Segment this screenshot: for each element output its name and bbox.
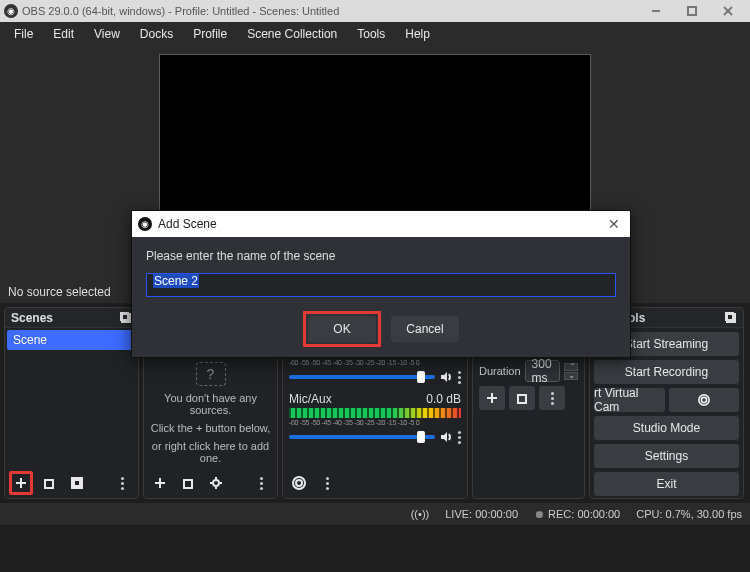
- studio-mode-button[interactable]: Studio Mode: [594, 416, 739, 440]
- scenes-dock: Scenes Scene: [4, 307, 139, 499]
- add-transition-button[interactable]: [479, 386, 505, 410]
- close-button[interactable]: [710, 1, 746, 21]
- mixer-ch-name: Mic/Aux: [289, 392, 332, 406]
- obs-app-icon: ◉: [138, 217, 152, 231]
- cancel-button[interactable]: Cancel: [391, 316, 459, 342]
- svg-rect-8: [45, 480, 53, 488]
- mixer-ch-level: 0.0 dB: [426, 392, 461, 406]
- scenes-title: Scenes: [11, 311, 53, 325]
- menu-file[interactable]: File: [4, 22, 43, 46]
- status-live: LIVE: 00:00:00: [445, 508, 518, 520]
- svg-marker-26: [441, 432, 447, 442]
- meter-ticks: -60 -55 -50 -45 -40 -35 -30 -25 -20 -15 …: [289, 419, 461, 426]
- scene-item[interactable]: Scene: [7, 330, 136, 350]
- settings-button[interactable]: Settings: [594, 444, 739, 468]
- scene-filter-button[interactable]: [65, 471, 89, 495]
- channel-menu-button[interactable]: [457, 431, 461, 444]
- menu-edit[interactable]: Edit: [43, 22, 84, 46]
- virtual-cam-settings-button[interactable]: [669, 388, 740, 412]
- svg-rect-16: [184, 480, 192, 488]
- menu-help[interactable]: Help: [395, 22, 440, 46]
- svg-point-28: [293, 477, 305, 489]
- add-scene-dialog: ◉ Add Scene ✕ Please enter the name of t…: [131, 210, 631, 358]
- source-properties-button[interactable]: [204, 471, 228, 495]
- remove-scene-button[interactable]: [37, 471, 61, 495]
- channel-menu-button[interactable]: [457, 371, 461, 384]
- ok-button[interactable]: OK: [308, 316, 376, 342]
- mixer-menu-button[interactable]: [315, 471, 339, 495]
- svg-point-37: [701, 397, 706, 402]
- maximize-button[interactable]: [674, 1, 710, 21]
- menu-profile[interactable]: Profile: [183, 22, 237, 46]
- menu-bar: File Edit View Docks Profile Scene Colle…: [0, 22, 750, 46]
- svg-rect-1: [688, 7, 696, 15]
- window-titlebar: ◉ OBS 29.0.0 (64-bit, windows) - Profile…: [0, 0, 750, 22]
- svg-point-38: [699, 395, 709, 405]
- duration-spin[interactable]: ⌃⌄: [564, 363, 578, 380]
- menu-tools[interactable]: Tools: [347, 22, 395, 46]
- dialog-title: Add Scene: [158, 217, 217, 231]
- status-cpu: CPU: 0.7%, 30.00 fps: [636, 508, 742, 520]
- sources-empty-line1: You don't have any sources.: [150, 392, 271, 416]
- menu-scene-collection[interactable]: Scene Collection: [237, 22, 347, 46]
- ok-highlight: OK: [303, 311, 381, 347]
- status-network-icon: ((•)): [411, 508, 430, 520]
- duration-label: Duration: [479, 365, 521, 377]
- menu-view[interactable]: View: [84, 22, 130, 46]
- remove-source-button[interactable]: [176, 471, 200, 495]
- svg-point-27: [296, 480, 302, 486]
- status-bar: ((•)) LIVE: 00:00:00 ⏺ REC: 00:00:00 CPU…: [0, 503, 750, 525]
- status-rec: ⏺ REC: 00:00:00: [534, 508, 620, 520]
- window-title: OBS 29.0.0 (64-bit, windows) - Profile: …: [22, 5, 339, 17]
- help-icon: ?: [196, 362, 226, 386]
- sources-empty-line3: or right click here to add one.: [150, 440, 271, 464]
- sources-empty-line2: Click the + button below,: [151, 422, 271, 434]
- svg-marker-25: [441, 372, 447, 382]
- add-scene-button[interactable]: [9, 471, 33, 495]
- svg-rect-11: [74, 480, 80, 486]
- remove-transition-button[interactable]: [509, 386, 535, 410]
- popout-icon[interactable]: [725, 312, 737, 324]
- source-menu-button[interactable]: [249, 471, 273, 495]
- add-source-button[interactable]: [148, 471, 172, 495]
- volume-slider[interactable]: [289, 435, 435, 439]
- speaker-icon[interactable]: [439, 430, 453, 444]
- audio-meter: [289, 408, 461, 418]
- speaker-icon[interactable]: [439, 370, 453, 384]
- svg-rect-33: [518, 395, 526, 403]
- scene-menu-button[interactable]: [110, 471, 134, 495]
- menu-docks[interactable]: Docks: [130, 22, 183, 46]
- volume-slider[interactable]: [289, 375, 435, 379]
- minimize-button[interactable]: [638, 1, 674, 21]
- mixer-settings-button[interactable]: [287, 471, 311, 495]
- exit-button[interactable]: Exit: [594, 472, 739, 496]
- mixer-channel-mic: Mic/Aux0.0 dB -60 -55 -50 -45 -40 -35 -3…: [289, 392, 461, 444]
- scene-name-input[interactable]: Scene 2: [146, 273, 616, 297]
- transition-menu-button[interactable]: [539, 386, 565, 410]
- virtual-cam-button[interactable]: rt Virtual Cam: [594, 388, 665, 412]
- start-recording-button[interactable]: Start Recording: [594, 360, 739, 384]
- meter-ticks: -60 -55 -50 -45 -40 -35 -30 -25 -20 -15 …: [289, 359, 461, 366]
- svg-point-18: [213, 480, 219, 486]
- dialog-label: Please enter the name of the scene: [146, 249, 616, 263]
- obs-app-icon: ◉: [4, 4, 18, 18]
- dialog-close-button[interactable]: ✕: [604, 216, 624, 232]
- duration-input[interactable]: 300 ms: [525, 360, 560, 382]
